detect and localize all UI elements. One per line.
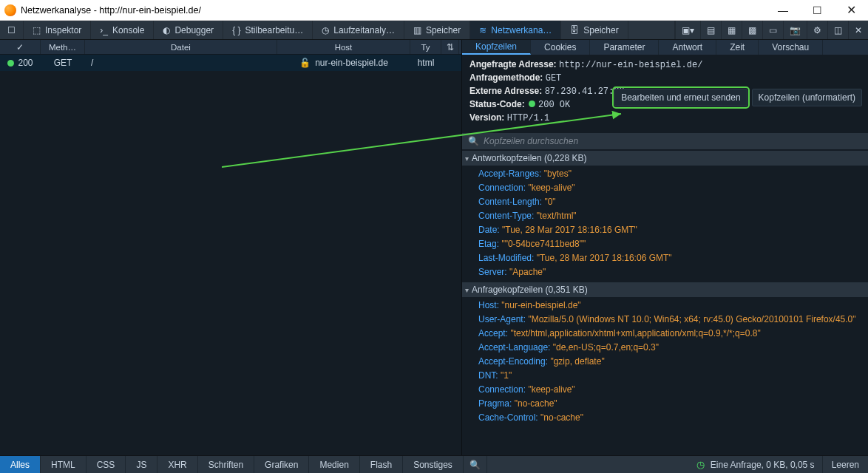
header-value: "bytes" [544, 169, 572, 179]
security-icon: 🔓 [299, 58, 311, 68]
tab-vorschau[interactable]: Vorschau [759, 40, 823, 55]
paint-flashing-icon[interactable]: ▩ [742, 21, 762, 39]
method-cell: GET [41, 55, 85, 71]
col-host[interactable]: Host [277, 40, 410, 54]
type-cell: html [410, 55, 441, 71]
filter-alles[interactable]: Alles [0, 456, 41, 473]
ruler-icon[interactable]: ▭ [762, 21, 783, 39]
network-icon: ≋ [479, 25, 486, 35]
dock-side-icon[interactable]: ◫ [827, 21, 848, 39]
debugger-icon: ◐ [163, 25, 170, 35]
header-name: Accept-Language: [478, 342, 550, 353]
tab-parameter[interactable]: Parameter [590, 40, 659, 55]
tab-netzwerkanalyse[interactable]: ≋Netzwerkana… [470, 21, 561, 39]
status-dot-icon [7, 60, 14, 67]
col-type[interactable]: Ty [410, 40, 441, 54]
label-version: Version: [469, 112, 504, 123]
header-line: Content-Type: "text/html" [478, 209, 868, 223]
col-file[interactable]: Datei [85, 40, 277, 54]
maximize-button[interactable]: ☐ [800, 0, 834, 21]
header-value: "text/html" [537, 211, 577, 221]
filter-js[interactable]: JS [126, 456, 157, 473]
header-value: "nur-ein-beispiel.de" [501, 300, 580, 310]
request-headers-section[interactable]: Anfragekopfzeilen (0,351 KB) [462, 282, 868, 297]
performance-icon: ◷ [322, 25, 329, 35]
close-devtools-icon[interactable]: ✕ [848, 21, 868, 39]
firefox-icon [4, 4, 16, 16]
filter-grafiken[interactable]: Grafiken [254, 456, 309, 473]
header-line: Server: "Apache" [478, 265, 868, 279]
header-line: Last-Modified: "Tue, 28 Mar 2017 18:16:0… [478, 251, 868, 265]
devtools-toolbar: ☐ ⬚Inspektor ›_Konsole ◐Debugger { }Stil… [0, 21, 868, 40]
filter-medien[interactable]: Medien [309, 456, 359, 473]
tab-antwort[interactable]: Antwort [659, 40, 716, 55]
responsive-mode-icon[interactable]: ▤ [700, 21, 721, 39]
request-headers-list: Host: "nur-ein-beispiel.de"User-Agent: "… [462, 297, 868, 426]
header-line: Accept-Encoding: "gzip, deflate" [478, 355, 868, 369]
header-line: Accept-Language: "de,en-US;q=0.7,en;q=0.… [478, 341, 868, 355]
settings-icon[interactable]: ⚙ [807, 21, 827, 39]
header-line: Cache-Control: "no-cache" [478, 411, 868, 425]
filter-sonstiges[interactable]: Sonstiges [403, 456, 464, 473]
header-line: Content-Length: "0" [478, 195, 868, 209]
tab-laufzeitanalyse[interactable]: ◷Laufzeitanaly… [313, 21, 404, 39]
header-line: Host: "nur-ein-beispiel.de" [478, 299, 868, 313]
raw-headers-button[interactable]: Kopfzeilen (unformatiert) [752, 89, 862, 106]
col-transferred[interactable]: ⇅ [441, 40, 459, 54]
label-method: Anfragemethode: [469, 72, 543, 83]
header-line: User-Agent: "Mozilla/5.0 (Windows NT 10.… [478, 313, 868, 327]
tab-zeit[interactable]: Zeit [716, 40, 759, 55]
file-cell: / [85, 55, 277, 71]
header-filter-input[interactable]: 🔍 Kopfzeilen durchsuchen [462, 133, 868, 149]
header-name: Accept: [478, 328, 508, 338]
status-code: 200 [18, 58, 33, 68]
host-cell: 🔓nur-ein-beispiel.de [277, 55, 410, 71]
tab-speicher-storage[interactable]: 🗄Speicher [561, 21, 628, 39]
filter-search-button[interactable]: 🔍 [464, 456, 487, 473]
header-value: "Tue, 28 Mar 2017 18:16:06 GMT" [537, 253, 672, 263]
response-headers-section[interactable]: Antwortkopfzeilen (0,228 KB) [462, 151, 868, 166]
minimize-button[interactable]: — [766, 0, 800, 21]
header-name: User-Agent: [478, 314, 526, 324]
tab-speicher-memory[interactable]: ▥Speicher [404, 21, 470, 39]
header-value: "1" [501, 370, 512, 381]
header-value: "Mozilla/5.0 (Windows NT 10.0; Win64; x6… [528, 314, 855, 324]
header-value: "de,en-US;q=0.7,en;q=0.3" [553, 342, 659, 353]
style-icon: { } [232, 25, 240, 35]
header-name: Content-Length: [478, 197, 542, 207]
col-status[interactable]: ✓ [0, 40, 41, 54]
header-name: Accept-Ranges: [478, 169, 541, 179]
iframe-picker-icon[interactable]: ☐ [0, 21, 24, 39]
col-method[interactable]: Meth… [41, 40, 85, 54]
select-frame-icon[interactable]: ▣▾ [675, 21, 700, 39]
filter-flash[interactable]: Flash [360, 456, 403, 473]
close-button[interactable]: ✕ [834, 0, 868, 21]
filter-css[interactable]: CSS [87, 456, 126, 473]
tab-debugger[interactable]: ◐Debugger [154, 21, 223, 39]
tab-stilbearbeitung[interactable]: { }Stilbearbeitu… [223, 21, 313, 39]
header-name: Etag: [478, 239, 499, 249]
edit-resend-button[interactable]: Bearbeiten und erneut senden [614, 89, 747, 106]
header-name: Host: [478, 300, 499, 310]
request-details-panel: Kopfzeilen Cookies Parameter Antwort Zei… [462, 40, 868, 455]
header-value: "text/html,application/xhtml+xml,applica… [510, 328, 760, 338]
tab-kopfzeilen[interactable]: Kopfzeilen [462, 40, 531, 55]
tab-inspektor[interactable]: ⬚Inspektor [24, 21, 91, 39]
tab-cookies[interactable]: Cookies [531, 40, 590, 55]
filter-xhr[interactable]: XHR [157, 456, 197, 473]
scratchpad-icon[interactable]: ▦ [721, 21, 742, 39]
storage-icon: 🗄 [570, 25, 579, 35]
header-line: Accept: "text/html,application/xhtml+xml… [478, 327, 868, 341]
header-value: "0" [544, 197, 555, 207]
value-requested-url: http://nur-ein-beispiel.de/ [559, 60, 702, 70]
filter-schriften[interactable]: Schriften [198, 456, 254, 473]
screenshot-icon[interactable]: 📷 [783, 21, 807, 39]
header-line: Date: "Tue, 28 Mar 2017 18:16:16 GMT" [478, 223, 868, 237]
tab-konsole[interactable]: ›_Konsole [91, 21, 154, 39]
header-name: Server: [478, 267, 507, 277]
filter-html[interactable]: HTML [41, 456, 87, 473]
header-value: "Apache" [509, 267, 546, 277]
filter-placeholder: Kopfzeilen durchsuchen [484, 136, 578, 146]
request-row[interactable]: 200 GET / 🔓nur-ein-beispiel.de html [0, 55, 461, 71]
clear-button[interactable]: Leeren [822, 456, 868, 473]
